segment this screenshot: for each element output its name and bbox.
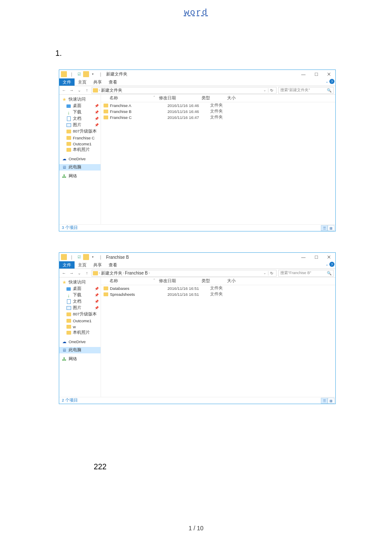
nav-recent-dropdown[interactable]: ⌄ xyxy=(76,88,82,92)
column-size[interactable]: 大小 xyxy=(227,95,253,101)
help-button[interactable]: ? xyxy=(329,262,334,267)
column-type[interactable]: 类型 xyxy=(202,278,227,284)
sidebar-documents[interactable]: 文档📌 xyxy=(59,298,101,305)
nav-forward-button[interactable]: → xyxy=(69,88,75,92)
nav-back-button[interactable]: ← xyxy=(61,271,67,275)
tab-file[interactable]: 文件 xyxy=(59,78,75,86)
sidebar-pictures[interactable]: 图片📌 xyxy=(59,122,101,128)
sidebar-desktop[interactable]: 桌面📌 xyxy=(59,286,101,292)
breadcrumb[interactable]: › 新建文件夹 › Franchise B › ⌄ ↻ xyxy=(92,270,277,277)
tab-share[interactable]: 共享 xyxy=(90,78,105,86)
breadcrumb-dropdown-icon[interactable]: ⌄ xyxy=(262,271,267,275)
tab-view[interactable]: 查看 xyxy=(105,78,121,86)
status-bar: 2 个项目 ☰ ▦ xyxy=(59,397,335,404)
sidebar-onedrive[interactable]: ☁OneDrive xyxy=(59,338,101,344)
sidebar-folder-807[interactable]: 807升级版本 xyxy=(59,311,101,318)
ribbon-expand-icon[interactable]: ⌄ xyxy=(326,80,329,84)
refresh-button[interactable]: ↻ xyxy=(268,88,275,92)
tab-home[interactable]: 主页 xyxy=(75,261,90,269)
search-placeholder: 搜索"Franchise B" xyxy=(280,270,311,276)
tab-file[interactable]: 文件 xyxy=(59,261,75,269)
sidebar-folder-w[interactable]: w xyxy=(59,324,101,330)
network-icon: 🖧 xyxy=(62,357,67,362)
refresh-button[interactable]: ↻ xyxy=(268,271,275,275)
nav-up-button[interactable]: ↑ xyxy=(84,88,90,92)
breadcrumb-item[interactable]: 新建文件夹 xyxy=(101,270,122,276)
header-word-link: word xyxy=(0,8,392,17)
sidebar-pictures[interactable]: 图片📌 xyxy=(59,305,101,311)
label: 文档 xyxy=(73,299,81,304)
download-icon: ↓ xyxy=(66,293,71,298)
search-input[interactable]: 搜索"Franchise B" 🔍 xyxy=(278,270,334,277)
breadcrumb-item[interactable]: Franchise B xyxy=(125,271,147,275)
sidebar-downloads[interactable]: ↓下载📌 xyxy=(59,109,101,116)
sidebar-downloads[interactable]: ↓下载📌 xyxy=(59,292,101,298)
tab-share[interactable]: 共享 xyxy=(90,261,105,269)
tab-home[interactable]: 主页 xyxy=(75,78,90,86)
ribbon-expand-icon[interactable]: ⌄ xyxy=(326,263,329,266)
sidebar-quick-access[interactable]: ★快速访问 xyxy=(59,279,101,286)
column-date[interactable]: 修改日期 xyxy=(159,278,202,284)
pin-icon: 📌 xyxy=(95,117,99,121)
breadcrumb[interactable]: › 新建文件夹 ⌄ ↻ xyxy=(92,87,277,94)
close-button[interactable] xyxy=(323,253,335,261)
ribbon-tabs: 文件 主页 共享 查看 ⌄ ? xyxy=(59,261,335,269)
sidebar-documents[interactable]: 文档📌 xyxy=(59,116,101,122)
sidebar-quick-access[interactable]: ★快速访问 xyxy=(59,96,101,103)
sidebar-folder-807[interactable]: 807升级版本 xyxy=(59,128,101,135)
file-row[interactable]: Spreadsheets 2016/11/16 16:51 文件夹 xyxy=(101,291,335,297)
sidebar-folder-localpic[interactable]: 本机照片 xyxy=(59,147,101,153)
nav-back-button[interactable]: ← xyxy=(61,88,67,92)
view-details-button[interactable]: ☰ xyxy=(321,398,328,404)
file-row[interactable]: Franchise B 2016/11/16 16:46 文件夹 xyxy=(101,108,335,114)
column-type[interactable]: 类型 xyxy=(202,95,227,101)
sidebar-folder-outcome1[interactable]: Outcome1 xyxy=(59,141,101,147)
sidebar-network[interactable]: 🖧网络 xyxy=(59,173,101,179)
close-button[interactable] xyxy=(323,70,335,78)
column-name[interactable]: 名称⌃ xyxy=(101,95,159,101)
maximize-button[interactable]: ☐ xyxy=(310,70,323,78)
minimize-button[interactable]: — xyxy=(297,70,310,78)
label: 此电脑 xyxy=(69,165,81,170)
nav-forward-button[interactable]: → xyxy=(69,271,75,275)
pin-icon: 📌 xyxy=(95,293,99,297)
file-name-label: Spreadsheets xyxy=(110,292,135,297)
file-row[interactable]: Franchise C 2016/11/16 16:47 文件夹 xyxy=(101,114,335,120)
column-name[interactable]: 名称⌃ xyxy=(101,278,159,284)
label: 图片 xyxy=(73,122,81,128)
sidebar-folder-outcome1[interactable]: Outcome1 xyxy=(59,318,101,324)
sidebar-desktop[interactable]: 桌面📌 xyxy=(59,103,101,109)
search-input[interactable]: 搜索"新建文件夹" 🔍 xyxy=(278,87,334,94)
view-details-button[interactable]: ☰ xyxy=(321,225,328,231)
sidebar-folder-franchise-c[interactable]: Franchise C xyxy=(59,135,101,141)
breadcrumb-dropdown-icon[interactable]: ⌄ xyxy=(262,88,267,92)
sidebar-network[interactable]: 🖧网络 xyxy=(59,356,101,362)
qat-dropdown-icon[interactable]: ▾ xyxy=(90,71,96,77)
file-row[interactable]: Databases 2016/11/16 16:51 文件夹 xyxy=(101,285,335,291)
minimize-button[interactable]: — xyxy=(297,253,310,261)
nav-up-button[interactable]: ↑ xyxy=(84,271,90,275)
folder-icon xyxy=(93,271,98,275)
help-button[interactable]: ? xyxy=(329,79,334,84)
label: 网络 xyxy=(69,356,77,362)
view-icons-button[interactable]: ▦ xyxy=(328,225,334,231)
column-date[interactable]: 修改日期 xyxy=(159,95,202,101)
sidebar-onedrive[interactable]: ☁OneDrive xyxy=(59,156,101,162)
breadcrumb-item[interactable]: 新建文件夹 xyxy=(101,87,122,93)
folder-icon xyxy=(66,312,71,317)
sidebar-folder-localpic[interactable]: 本机照片 xyxy=(59,330,101,336)
sidebar-this-pc[interactable]: 🖥此电脑 xyxy=(59,164,101,171)
sidebar-this-pc[interactable]: 🖥此电脑 xyxy=(59,347,101,353)
qat-dropdown-icon[interactable]: ▾ xyxy=(90,254,96,260)
view-icons-button[interactable]: ▦ xyxy=(328,398,334,404)
qat-icon[interactable]: ☑ xyxy=(76,71,82,77)
label: 本机照片 xyxy=(73,330,90,335)
column-size[interactable]: 大小 xyxy=(227,278,253,284)
nav-recent-dropdown[interactable]: ⌄ xyxy=(76,271,82,275)
file-row[interactable]: Franchise A 2016/11/16 16:46 文件夹 xyxy=(101,102,335,108)
maximize-button[interactable]: ☐ xyxy=(310,253,323,261)
pin-icon: 📌 xyxy=(95,300,99,304)
tab-view[interactable]: 查看 xyxy=(105,261,121,269)
qat-icon[interactable]: ☑ xyxy=(76,254,82,260)
file-name-label: Franchise C xyxy=(110,115,132,120)
